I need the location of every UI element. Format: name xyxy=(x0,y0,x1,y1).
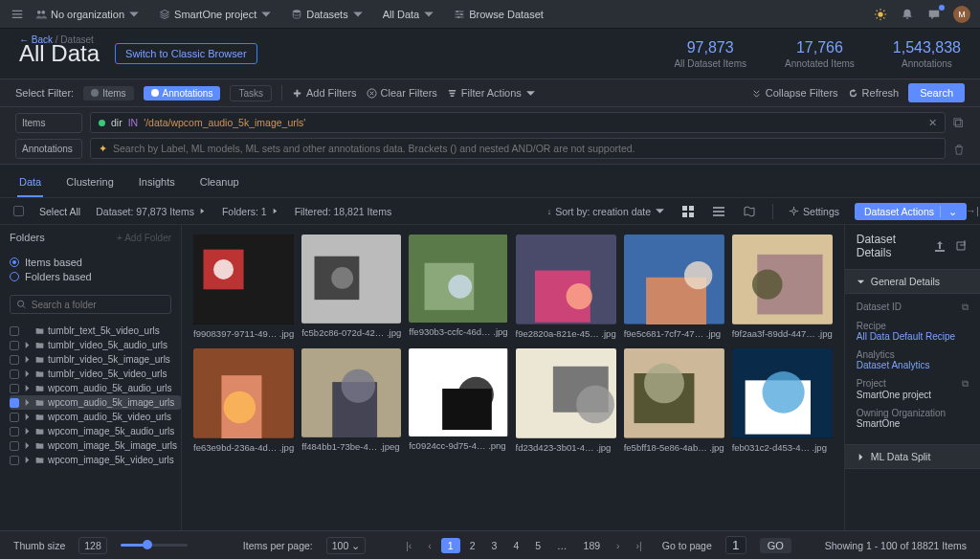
avatar[interactable]: M xyxy=(953,6,970,23)
thumbnail[interactable]: fe63e9bd-236a-4d… .jpg xyxy=(193,348,294,453)
select-all-checkbox[interactable] xyxy=(13,206,24,216)
pager-first[interactable]: |‹ xyxy=(399,538,418,553)
goto-page-input[interactable] xyxy=(725,536,746,554)
refresh-button[interactable]: Refresh xyxy=(848,87,900,99)
folder-checkbox[interactable] xyxy=(10,355,19,365)
thumbnail[interactable]: fc5b2c86-072d-42… .jpg xyxy=(301,235,401,339)
collapse-panel-icon[interactable]: →| xyxy=(965,203,980,218)
collapse-filters-button[interactable]: Collapse Filters xyxy=(751,87,838,99)
filter-actions-button[interactable]: Filter Actions xyxy=(447,87,536,99)
browse-nav[interactable]: Browse Dataset xyxy=(449,6,548,23)
folder-search[interactable] xyxy=(10,295,171,314)
filter-items[interactable]: Items xyxy=(83,86,133,101)
thumbnail[interactable]: ff484bb1-73be-4… .jpeg xyxy=(301,348,401,453)
pager-page[interactable]: 3 xyxy=(485,538,504,553)
copy-icon[interactable]: ⧉ xyxy=(962,302,969,313)
thumbnail[interactable]: fe5bff18-5e86-4ab… .jpg xyxy=(624,348,724,453)
bell-icon[interactable] xyxy=(900,7,915,22)
sort-dropdown[interactable]: ↓Sort by: creation date xyxy=(547,206,665,217)
filter-tasks[interactable]: Tasks xyxy=(230,85,272,101)
folder-checkbox[interactable] xyxy=(10,369,19,379)
folder-row[interactable]: wpcom_audio_5k_audio_urls xyxy=(10,381,181,395)
tab-insights[interactable]: Insights xyxy=(137,172,177,197)
project-selector[interactable]: SmartOne project xyxy=(154,6,277,23)
folder-checkbox[interactable] xyxy=(10,427,19,436)
pager-page[interactable]: 189 xyxy=(577,538,608,553)
thumbnail[interactable]: fc0924cc-9d75-4… .png xyxy=(409,348,507,453)
alldata-nav[interactable]: All Data xyxy=(378,6,440,23)
thumb-size-slider[interactable] xyxy=(121,544,188,547)
folder-checkbox[interactable] xyxy=(10,326,19,336)
folder-row[interactable]: tumblr_video_5k_image_urls xyxy=(10,352,181,367)
tab-clustering[interactable]: Clustering xyxy=(64,172,116,197)
grid-view-icon[interactable] xyxy=(680,204,696,219)
map-view-icon[interactable] xyxy=(742,204,757,219)
switch-classic-button[interactable]: Switch to Classic Browser xyxy=(115,43,257,64)
pager-next[interactable]: › xyxy=(610,538,627,553)
thumbnail[interactable]: feb031c2-d453-4… .jpg xyxy=(732,348,833,453)
folder-row[interactable]: tumblr_video_5k_audio_urls xyxy=(10,338,181,352)
thumbnail[interactable]: f9908397-9711-49… .jpg xyxy=(193,235,294,339)
folder-row[interactable]: wpcom_image_5k_image_urls xyxy=(10,438,181,453)
recipe-link[interactable]: All Data Default Recipe xyxy=(857,331,969,342)
search-button[interactable]: Search xyxy=(908,83,965,102)
settings-button[interactable]: Settings xyxy=(789,206,839,217)
clear-filters-button[interactable]: Clear Filters xyxy=(367,87,437,99)
tab-data[interactable]: Data xyxy=(17,172,43,197)
folder-checkbox[interactable] xyxy=(10,384,19,393)
folder-row[interactable]: tumblr_video_5k_video_urls xyxy=(10,367,181,381)
pager-page[interactable]: … xyxy=(550,538,574,553)
folder-row[interactable]: wpcom_audio_5k_video_urls xyxy=(10,410,181,424)
theme-toggle-icon[interactable] xyxy=(873,7,888,22)
pager-page[interactable]: 4 xyxy=(506,538,525,553)
add-folder-button[interactable]: + Add Folder xyxy=(117,233,171,243)
thumbnail[interactable]: f9f2aa3f-89dd-447… .jpg xyxy=(732,235,833,339)
chat-icon[interactable] xyxy=(926,7,942,22)
folder-row[interactable]: wpcom_image_5k_video_urls xyxy=(10,453,181,467)
ml-split-section-header[interactable]: ML Data Split xyxy=(845,444,980,469)
pager-last[interactable]: ›| xyxy=(630,538,649,553)
copy-query-icon[interactable] xyxy=(953,116,965,128)
pager-page[interactable]: 5 xyxy=(528,538,547,553)
annotations-input[interactable] xyxy=(113,143,937,154)
items-based-radio[interactable]: Items based xyxy=(10,257,171,268)
thumbnail[interactable]: f9e5c681-7cf7-47… .jpg xyxy=(624,235,724,339)
folder-search-input[interactable] xyxy=(32,300,165,310)
general-section-header[interactable]: General Details xyxy=(845,269,980,294)
go-button[interactable]: GO xyxy=(760,538,791,553)
org-selector[interactable]: No organization xyxy=(31,6,145,23)
pager-prev[interactable]: ‹ xyxy=(421,538,438,553)
items-per-page-select[interactable]: 100 ⌄ xyxy=(326,537,367,554)
pager-page[interactable]: 1 xyxy=(441,538,460,553)
analytics-link[interactable]: Dataset Analytics xyxy=(857,360,969,370)
folder-checkbox[interactable] xyxy=(10,456,19,465)
back-link[interactable]: ← Back xyxy=(19,34,53,45)
upload-icon[interactable] xyxy=(933,238,948,254)
folder-row[interactable]: wpcom_audio_5k_image_urls xyxy=(10,395,181,410)
add-filters-button[interactable]: Add Filters xyxy=(292,87,357,99)
list-view-icon[interactable] xyxy=(711,204,726,219)
thumbnail[interactable]: f9e2820a-821e-45… .jpg xyxy=(516,235,616,339)
folder-checkbox[interactable] xyxy=(10,341,19,350)
folder-checkbox[interactable] xyxy=(10,413,19,422)
thumbnail[interactable]: ffe930b3-ccfc-46d… .jpg xyxy=(409,235,507,339)
hamburger-icon[interactable] xyxy=(10,7,25,22)
folder-row[interactable]: tumblr_text_5k_video_urls xyxy=(10,324,181,338)
export-icon[interactable] xyxy=(953,238,969,254)
thumb-size-value[interactable]: 128 xyxy=(78,537,107,554)
pager-page[interactable]: 2 xyxy=(463,538,482,553)
dataset-actions-button[interactable]: Dataset Actions⌄ xyxy=(855,203,967,220)
folder-checkbox[interactable] xyxy=(10,398,19,408)
folder-checkbox[interactable] xyxy=(10,441,19,451)
folders-based-radio[interactable]: Folders based xyxy=(10,271,171,282)
annotations-query-field[interactable]: ✦ xyxy=(90,138,946,159)
filter-annotations[interactable]: Annotations xyxy=(144,86,221,101)
clear-query-icon[interactable]: ✕ xyxy=(928,117,937,128)
tab-cleanup[interactable]: Cleanup xyxy=(198,172,241,197)
delete-query-icon[interactable] xyxy=(953,142,965,154)
thumbnail[interactable]: fd23d423-3b01-4… .jpg xyxy=(516,348,616,453)
folder-row[interactable]: wpcom_image_5k_audio_urls xyxy=(10,424,181,438)
datasets-nav[interactable]: Datasets xyxy=(286,6,368,23)
items-query-field[interactable]: dir IN '/data/wpcom_audio_5k_image_urls'… xyxy=(90,112,946,133)
copy-icon[interactable]: ⧉ xyxy=(962,378,969,390)
